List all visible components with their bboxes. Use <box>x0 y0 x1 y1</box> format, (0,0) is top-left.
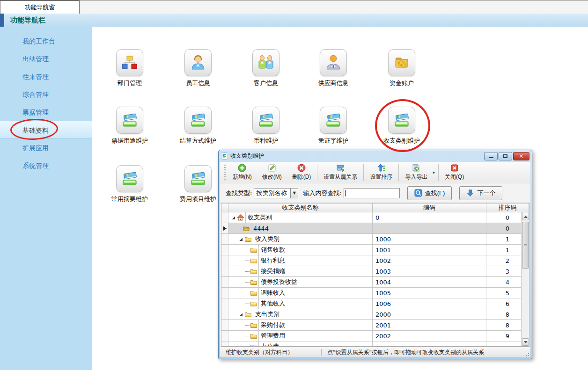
sidebar-item-1[interactable]: 出纳管理 <box>0 50 92 68</box>
launcher-item[interactable]: 员工信息 <box>170 49 226 87</box>
launcher-item[interactable]: 票据用途维护 <box>102 107 158 145</box>
find-button[interactable]: 查找(F) <box>407 186 452 200</box>
launcher-icon-button[interactable] <box>116 107 143 134</box>
row-selector-cell[interactable] <box>221 212 228 223</box>
search-type-combobox[interactable]: 按类别名称 ▼ <box>254 188 298 198</box>
row-selector-cell[interactable] <box>221 223 228 233</box>
row-code-cell[interactable]: 2002 <box>373 331 486 341</box>
row-name-cell[interactable]: 债券投资收益 <box>228 277 373 287</box>
sidebar-item-3[interactable]: 综合管理 <box>0 86 92 103</box>
launcher-icon-button[interactable] <box>184 165 212 192</box>
launcher-item[interactable]: 资金账户 <box>374 49 430 87</box>
launcher-item[interactable]: 凭证字维护 <box>305 107 361 145</box>
row-code-cell[interactable]: 1000 <box>373 234 486 244</box>
maximize-button[interactable] <box>499 152 512 160</box>
dialog-titlebar[interactable]: 收支类别维护 ✕ <box>219 150 532 162</box>
row-code-cell[interactable]: 1001 <box>373 245 486 255</box>
column-header-name[interactable]: 收支类别名称 <box>228 203 373 212</box>
row-selector-cell[interactable] <box>221 331 228 341</box>
sidebar-item-4[interactable]: 票据管理 <box>0 103 92 121</box>
toolbar-button-4[interactable]: 设置排序 <box>365 162 397 183</box>
import-export-dropdown-button[interactable]: ▾ <box>433 162 437 183</box>
table-row-0[interactable]: 收支类别 0 0 <box>221 212 529 223</box>
search-input[interactable] <box>344 188 400 198</box>
tree-expander-icon[interactable] <box>231 216 235 220</box>
table-row-7[interactable]: 调账收入 1005 5 <box>221 288 529 298</box>
minimize-button[interactable] <box>484 152 498 160</box>
tab-function-nav[interactable]: 功能导航窗 <box>0 0 80 14</box>
tree-expander-icon[interactable] <box>239 237 243 241</box>
toolbar-button-0[interactable]: 新增(N) <box>228 162 257 183</box>
scroll-down-button[interactable] <box>522 338 529 346</box>
table-row-9[interactable]: 支出类别 2000 8 <box>221 309 529 320</box>
table-row-1[interactable]: 4444 0 <box>221 223 529 234</box>
search-type-value[interactable]: 按类别名称 <box>254 188 290 198</box>
row-selector-cell[interactable] <box>221 277 228 287</box>
row-code-cell[interactable]: 0 <box>373 212 486 223</box>
row-code-cell[interactable]: 1003 <box>373 266 486 276</box>
table-row-4[interactable]: 银行利息 1002 2 <box>221 255 529 266</box>
row-code-cell[interactable]: 2000 <box>373 309 486 319</box>
row-name-cell[interactable]: 管理费用 <box>228 331 373 341</box>
table-row-6[interactable]: 债券投资收益 1004 4 <box>221 277 529 288</box>
launcher-icon-button[interactable] <box>184 107 212 134</box>
sidebar-item-5[interactable]: 基础资料 <box>0 121 92 139</box>
row-name-cell[interactable]: 调账收入 <box>228 288 373 298</box>
row-code-cell[interactable] <box>373 223 486 233</box>
row-name-cell[interactable]: 收入类别 <box>228 234 373 244</box>
column-header-sort[interactable]: 排序码 <box>486 203 529 212</box>
launcher-icon-button[interactable] <box>388 107 415 134</box>
launcher-item[interactable]: 常用摘要维护 <box>102 165 158 203</box>
launcher-icon-button[interactable] <box>320 107 347 134</box>
row-code-cell[interactable]: 1002 <box>373 255 486 266</box>
row-selector-cell[interactable] <box>221 288 228 298</box>
sidebar-item-2[interactable]: 往来管理 <box>0 68 92 86</box>
row-name-cell[interactable]: 4444 <box>228 223 373 233</box>
toolbar-grip[interactable] <box>224 165 226 180</box>
launcher-item[interactable]: 收支类别维护 <box>374 107 430 145</box>
row-name-cell[interactable]: 销售收款 <box>228 245 373 255</box>
row-code-cell[interactable]: 1005 <box>373 288 486 298</box>
launcher-icon-button[interactable] <box>252 107 279 134</box>
sidebar-item-6[interactable]: 扩展应用 <box>0 139 92 157</box>
scrollbar-thumb[interactable] <box>522 222 529 268</box>
launcher-item[interactable]: 结算方式维护 <box>170 107 226 145</box>
launcher-item[interactable]: 币种维护 <box>238 107 294 145</box>
table-row-8[interactable]: 其他收入 1006 6 <box>221 298 529 309</box>
row-selector-cell[interactable] <box>221 309 228 319</box>
row-name-cell[interactable]: 接受捐赠 <box>228 266 373 276</box>
combo-dropdown-button[interactable]: ▼ <box>290 188 298 198</box>
vertical-scrollbar[interactable] <box>521 212 529 346</box>
column-header-code[interactable]: 编码 <box>373 203 486 212</box>
toolbar-button-5[interactable]: 导入导出 <box>400 162 433 183</box>
launcher-icon-button[interactable] <box>320 49 347 76</box>
scroll-up-button[interactable] <box>522 213 529 220</box>
row-selector-cell[interactable] <box>221 320 228 330</box>
row-code-cell[interactable]: 1006 <box>373 298 486 309</box>
launcher-icon-button[interactable] <box>116 49 143 76</box>
row-selector-cell[interactable] <box>221 341 228 346</box>
row-selector-cell[interactable] <box>221 255 228 266</box>
tree-expander-icon[interactable] <box>239 312 243 317</box>
launcher-item[interactable]: 客户信息 <box>238 49 294 87</box>
table-row-3[interactable]: 销售收款 1001 1 <box>221 245 529 255</box>
launcher-item[interactable]: 费用项目维护 <box>170 165 226 203</box>
row-selector-cell[interactable] <box>221 234 228 244</box>
next-button[interactable]: 下一个 <box>459 186 502 200</box>
row-name-cell[interactable]: 办公费 <box>228 341 373 346</box>
row-name-cell[interactable]: 采购付款 <box>228 320 373 330</box>
launcher-item[interactable]: 供应商信息 <box>305 49 361 87</box>
table-row-10[interactable]: 采购付款 2001 8 <box>221 320 529 331</box>
row-code-cell[interactable] <box>373 341 486 346</box>
launcher-icon-button[interactable] <box>184 49 212 76</box>
table-row-12[interactable]: 办公费 <box>221 341 529 346</box>
row-selector-cell[interactable] <box>221 245 228 255</box>
launcher-icon-button[interactable] <box>252 49 279 76</box>
sidebar-item-7[interactable]: 系统管理 <box>0 157 92 174</box>
row-name-cell[interactable]: 收支类别 <box>228 212 373 223</box>
table-row-11[interactable]: 管理费用 2002 9 <box>221 331 529 341</box>
row-name-cell[interactable]: 其他收入 <box>228 298 373 309</box>
toolbar-button-6[interactable]: 关闭(Q) <box>440 162 469 183</box>
launcher-icon-button[interactable] <box>388 49 415 76</box>
sidebar-item-0[interactable]: 我的工作台 <box>0 32 92 50</box>
